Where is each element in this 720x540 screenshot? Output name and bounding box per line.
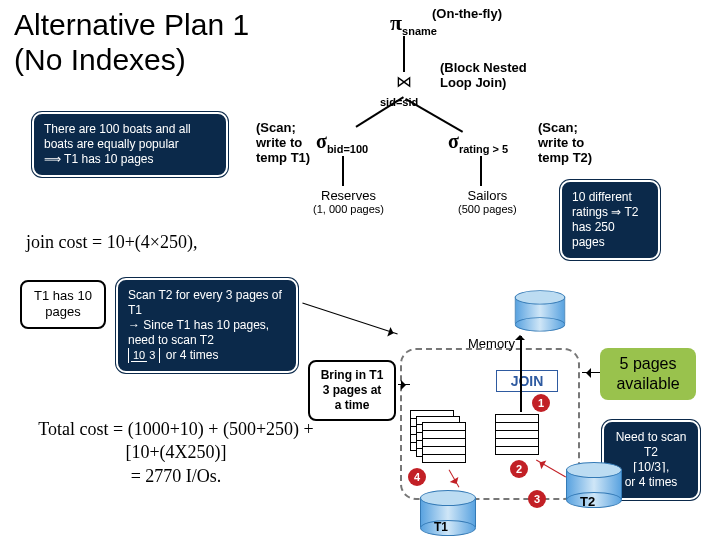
- callout-ratings: 10 different ratings ⇒ T2 has 250 pages: [560, 180, 660, 260]
- sigma-bid: σbid=100: [316, 130, 368, 155]
- arrow-scant2: [302, 303, 397, 335]
- num-2: 2: [510, 460, 528, 478]
- t1-label: T1: [434, 520, 448, 534]
- arrow-up-icon: [515, 330, 525, 340]
- callout-scant2: Scan T2 for every 3 pages of T1 → Since …: [116, 278, 298, 373]
- join-node: ⋈: [393, 72, 415, 91]
- total-cost-text: Total cost = (1000+10) + (500+250) + [10…: [16, 418, 336, 488]
- t2-label: T2: [580, 494, 595, 509]
- callout-boats: There are 100 boats and all boats are eq…: [32, 112, 228, 177]
- t1-pages-3: [422, 422, 466, 463]
- pi-node: πsname: [390, 10, 437, 37]
- reserves-leaf: Reserves (1, 000 pages): [313, 188, 384, 215]
- callout-bring: Bring in T1 3 pages at a time: [308, 360, 396, 421]
- disk-top: [515, 290, 565, 330]
- pi-annot: (On-the-fly): [432, 6, 502, 21]
- join-box: JOIN: [496, 370, 558, 392]
- callout-pages-avail: 5 pages available: [600, 348, 696, 400]
- output-page: [495, 414, 539, 455]
- num-3: 3: [528, 490, 546, 508]
- sigma-bid-annot: (Scan; write to temp T1): [256, 120, 310, 165]
- callout-t1pages: T1 has 10 pages: [20, 280, 106, 329]
- sailors-leaf: Sailors (500 pages): [458, 188, 517, 215]
- arrow-bring: [398, 384, 410, 385]
- num-4: 4: [408, 468, 426, 486]
- join-cost-text: join cost = 10+(4×250),: [26, 232, 197, 253]
- slide-title: Alternative Plan 1 (No Indexes): [14, 8, 249, 77]
- arrow-pagesavail: [582, 372, 600, 373]
- sigma-rating-annot: (Scan; write to temp T2): [538, 120, 592, 165]
- sigma-rating: σrating > 5: [448, 130, 508, 155]
- memory-label: Memory: [468, 336, 515, 351]
- join-annot: (Block Nested Loop Join): [440, 60, 527, 90]
- num-1: 1: [532, 394, 550, 412]
